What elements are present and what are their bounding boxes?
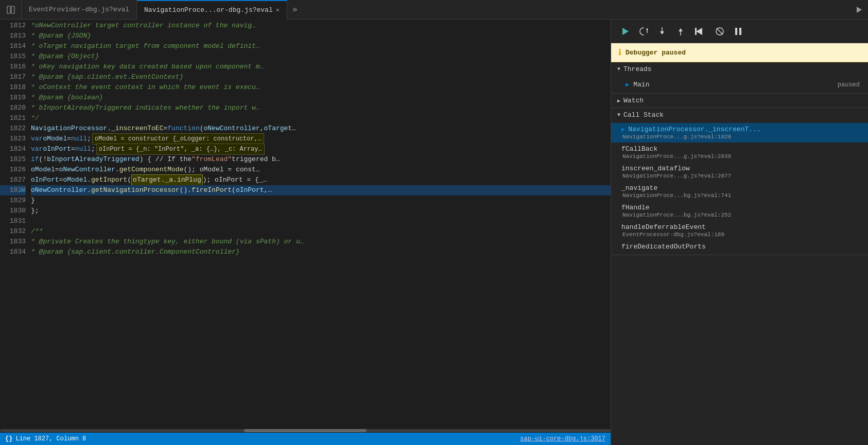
call-stack-expand-arrow: ▼ — [617, 112, 620, 118]
status-braces: {} — [5, 435, 12, 442]
watch-label: Watch — [623, 97, 644, 104]
cs-name-0: NavigationProcessor._inscreenT... — [628, 126, 760, 133]
code-line-1818: * oContext the event context in which th… — [31, 82, 611, 93]
step-over-btn[interactable] — [636, 24, 651, 39]
threads-label: Threads — [623, 65, 652, 73]
cs-file-0: NavigationProce...g.js?eval:1828 — [621, 134, 860, 140]
watch-expand-arrow: ▶ — [617, 98, 620, 104]
call-stack-item-2[interactable]: inscreen_dataflow NavigationProce...g.js… — [611, 162, 868, 182]
debug-banner: ℹ Debugger paused — [611, 43, 868, 62]
threads-section-header[interactable]: ▼ Threads — [611, 62, 868, 76]
svg-marker-2 — [622, 28, 629, 35]
code-editor: 1812 1813 1814 1815 1816 1817 1818 1819 … — [0, 20, 611, 445]
svg-line-12 — [717, 28, 723, 34]
cs-file-4: NavigationProce...bg.js?eval:252 — [621, 212, 860, 218]
step-out-btn[interactable] — [673, 24, 688, 39]
run-in-new-panel-btn[interactable] — [849, 0, 868, 20]
cs-file-3: NavigationProce...bg.js?eval:741 — [621, 192, 860, 199]
svg-marker-3 — [646, 28, 648, 30]
thread-main[interactable]: ▶ Main paused — [611, 78, 868, 91]
code-line-1830: }; — [31, 206, 611, 216]
code-line-1815: * @param {Object} — [31, 51, 611, 62]
thread-main-label: Main — [633, 81, 649, 88]
code-line-1832: /** — [31, 226, 611, 237]
code-line-1824: var oInPort = null; oInPort = {_n: "InPo… — [31, 144, 611, 154]
cs-name-4: fHandle — [621, 204, 650, 211]
call-stack-label: Call Stack — [623, 111, 664, 119]
code-line-1817: * @param {sap.client.evt.EventContext} — [31, 72, 611, 82]
cs-name-1: fCallBack — [621, 145, 657, 153]
code-line-1821: */ — [31, 113, 611, 123]
code-line-1829: } — [31, 195, 611, 206]
call-stack-list: ▶ NavigationProcessor._inscreenT... Navi… — [611, 122, 868, 255]
cs-active-arrow: ▶ — [621, 126, 625, 133]
current-line-arrow: ▶ — [21, 185, 25, 195]
tab-close-icon[interactable]: ✕ — [276, 6, 280, 14]
code-line-1819: * @param {boolean} — [31, 93, 611, 103]
call-stack-item-1[interactable]: fCallBack NavigationProce...g.js?eval:20… — [611, 143, 868, 162]
svg-rect-1 — [11, 6, 14, 13]
info-icon: ℹ — [618, 47, 621, 58]
code-container[interactable]: 1812 1813 1814 1815 1816 1817 1818 1819 … — [0, 20, 611, 429]
call-stack-item-3[interactable]: _navigate NavigationProce...bg.js?eval:7… — [611, 182, 868, 201]
call-stack-item-5[interactable]: handleDeferrableEvent EventProcessor-dbg… — [611, 221, 868, 240]
code-line-1823: var oModel = null; oModel = constructor … — [31, 134, 611, 144]
threads-expand-arrow: ▼ — [617, 66, 620, 72]
right-panel: ℹ Debugger paused ▼ Threads ▶ Main paus — [611, 20, 868, 445]
resume-btn[interactable] — [617, 24, 633, 39]
line-numbers: 1812 1813 1814 1815 1816 1817 1818 1819 … — [0, 20, 31, 429]
call-stack-item-0[interactable]: ▶ NavigationProcessor._inscreenT... Navi… — [611, 123, 868, 143]
code-horizontal-scrollbar[interactable] — [0, 429, 611, 433]
call-stack-section-header[interactable]: ▼ Call Stack — [611, 108, 868, 122]
svg-rect-10 — [695, 28, 697, 35]
app-container: EventProvider-dbg.js?eval NavigationProc… — [0, 0, 868, 445]
cs-file-2: NavigationProce...g.js?eval:2077 — [621, 173, 860, 179]
tab-bar: EventProvider-dbg.js?eval NavigationProc… — [0, 0, 868, 20]
status-position: Line 1827, Column 8 — [15, 435, 86, 442]
code-line-1827: oInPort = oModel.getInport(oTarget._a.in… — [31, 175, 611, 185]
call-stack-item-6[interactable]: fireDedicatedOutPorts — [611, 240, 868, 254]
threads-list: ▶ Main paused — [611, 76, 868, 93]
tab-eventprovider[interactable]: EventProvider-dbg.js?eval — [22, 0, 137, 20]
code-line-1822: NavigationProcessor._inscreenToEC = func… — [31, 123, 611, 134]
cs-file-1: NavigationProce...g.js?eval:2036 — [621, 153, 860, 159]
thread-active-arrow: ▶ — [626, 81, 629, 88]
cs-name-6: fireDedicatedOutPorts — [621, 243, 706, 251]
watch-section: ▶ Watch — [611, 94, 868, 108]
step-into-btn[interactable] — [654, 24, 670, 39]
svg-rect-14 — [739, 28, 741, 35]
code-line-1828: oNewController.getNavigationProcessor().… — [31, 185, 611, 195]
tab-overflow-btn[interactable]: » — [287, 0, 303, 20]
code-line-1820: * bInportAlreadyTriggered indicates whet… — [31, 103, 611, 113]
code-lines[interactable]: * oNewController target controller insta… — [31, 20, 611, 429]
code-line-1814: * oTarget navigation target from compone… — [31, 41, 611, 51]
code-line-1812: * oNewController target controller insta… — [31, 21, 611, 31]
code-line-1825: if (!bInportAlreadyTriggered) { // If th… — [31, 154, 611, 165]
code-line-1833: * @private Creates the thingtype key, ei… — [31, 237, 611, 247]
code-line-1831 — [31, 216, 611, 226]
tab-eventprovider-label: EventProvider-dbg.js?eval — [29, 6, 129, 13]
call-stack-item-4[interactable]: fHandle NavigationProce...bg.js?eval:252 — [611, 201, 868, 221]
sidebar-toggle-btn[interactable] — [0, 0, 22, 20]
status-file-link[interactable]: sap-ui-core-dbg.js:3017 — [520, 435, 605, 442]
step-back-btn[interactable] — [691, 24, 707, 39]
cs-name-2: inscreen_dataflow — [621, 165, 690, 172]
tab-navigationprocessor[interactable]: NavigationProce...or-dbg.js?eval ✕ — [137, 0, 287, 20]
debugger-paused-text: Debugger paused — [626, 49, 686, 57]
svg-marker-6 — [660, 31, 664, 34]
cs-name-5: handleDeferrableEvent — [621, 223, 706, 231]
cs-name-3: _navigate — [621, 184, 657, 192]
svg-rect-0 — [7, 6, 10, 13]
pause-btn[interactable] — [731, 24, 746, 39]
svg-marker-9 — [696, 28, 702, 35]
debug-toolbar — [611, 20, 868, 43]
code-line-1816: * oKey navigation key data created based… — [31, 62, 611, 72]
status-bar: {} Line 1827, Column 8 sap-ui-core-dbg.j… — [0, 433, 611, 445]
code-line-1834: * @param {sap.client.controller.Componen… — [31, 247, 611, 257]
deactivate-breakpoints-btn[interactable] — [712, 24, 727, 39]
code-line-1826: oModel = oNewController.getComponentMode… — [31, 165, 611, 175]
thread-main-status: paused — [838, 81, 860, 88]
threads-section: ▼ Threads ▶ Main paused — [611, 62, 868, 94]
right-panel-content[interactable]: ▼ Threads ▶ Main paused ▶ — [611, 62, 868, 445]
watch-section-header[interactable]: ▶ Watch — [611, 94, 868, 108]
